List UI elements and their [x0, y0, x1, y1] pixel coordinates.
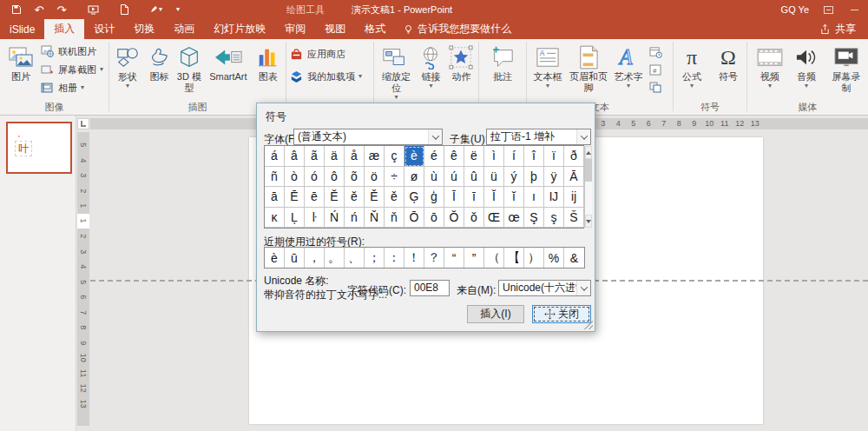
ribbon-tab[interactable]: 插入 [44, 19, 84, 39]
symbol-cell[interactable]: î [524, 146, 544, 167]
symbol-cell[interactable]: ē [305, 187, 325, 208]
symbol-cell[interactable]: ō [424, 208, 444, 229]
symbol-cell[interactable]: é [424, 146, 444, 167]
tell-me-box[interactable]: 告诉我您想要做什么 [395, 19, 520, 39]
ink-pen-button[interactable]: ▾ [144, 2, 167, 17]
recent-symbol-cell[interactable]: ！ [404, 248, 424, 268]
symbol-cell[interactable]: Ş [524, 208, 544, 229]
recent-symbol-cell[interactable]: 、 [345, 248, 365, 268]
recent-symbol-cell[interactable]: “ [444, 248, 464, 268]
insert-button[interactable]: 插入(I) [467, 305, 524, 323]
online-pictures-button[interactable]: 联机图片 [40, 43, 103, 59]
symbol-cell[interactable]: ç [385, 146, 404, 167]
symbol-cell[interactable]: ş [544, 208, 564, 229]
recent-symbol-cell[interactable]: 。 [325, 248, 345, 268]
symbol-cell[interactable]: û [464, 167, 484, 188]
recent-symbol-cell[interactable]: ū [285, 248, 305, 268]
symbol-cell[interactable]: í [504, 146, 524, 167]
comment-button[interactable]: 批注 [485, 42, 520, 83]
customize-qat-button[interactable]: ▾ [167, 2, 189, 17]
symbol-cell[interactable]: Ē [285, 187, 305, 208]
symbol-cell[interactable]: ô [325, 167, 345, 188]
action-button[interactable]: 动作 [446, 42, 476, 83]
app-store-button[interactable]: 应用商店 [289, 46, 345, 62]
recent-symbol-cell[interactable]: ？ [424, 248, 444, 268]
symbol-cell[interactable]: Ļ [285, 208, 305, 229]
shapes-button[interactable]: 形状 ▾ [112, 42, 143, 90]
symbol-cell[interactable]: ü [484, 167, 504, 188]
symbol-cell[interactable]: ñ [265, 167, 285, 188]
scrollbar-thumb[interactable] [585, 159, 592, 182]
recent-symbol-cell[interactable]: ） [524, 248, 544, 268]
subset-select[interactable]: 拉丁语-1 增补 [486, 129, 591, 145]
minimize-button[interactable] [847, 4, 861, 15]
undo-button[interactable]: ↶ [28, 2, 50, 17]
slide-number-button[interactable]: # [647, 62, 664, 77]
symbol-cell[interactable]: ń [345, 208, 365, 229]
date-time-button[interactable] [647, 44, 664, 60]
symbol-cell[interactable]: æ [365, 146, 385, 167]
symbol-cell[interactable]: ī [464, 187, 484, 208]
symbol-cell[interactable]: ë [464, 146, 484, 167]
symbol-cell[interactable]: ÿ [544, 167, 564, 188]
symbol-cell[interactable]: ò [285, 167, 305, 188]
font-select[interactable]: (普通文本) [293, 129, 443, 145]
symbol-cell[interactable]: Ĳ [544, 187, 564, 208]
recent-symbol-cell[interactable]: è [265, 248, 285, 268]
symbol-cell[interactable]: è [404, 146, 424, 167]
symbol-cell[interactable]: ã [305, 146, 325, 167]
ribbon-tab[interactable]: 审阅 [275, 19, 315, 39]
symbol-cell[interactable]: Œ [484, 208, 504, 229]
symbol-cell[interactable]: Ě [365, 187, 385, 208]
recent-symbol-cell[interactable]: % [544, 248, 564, 268]
symbol-cell[interactable]: Ī [444, 187, 464, 208]
recent-symbol-cell[interactable]: （ [484, 248, 504, 268]
symbol-cell[interactable]: ĳ [564, 187, 584, 208]
picture-button[interactable]: 图片 [3, 42, 39, 83]
symbol-cell[interactable]: ï [544, 146, 564, 167]
icons-button[interactable]: 图标 [144, 42, 174, 83]
symbol-cell[interactable]: Ń [325, 208, 345, 229]
recent-symbol-cell[interactable]: ， [305, 248, 325, 268]
recent-symbol-cell[interactable]: 【 [504, 248, 524, 268]
link-button[interactable]: 链接 ▾ [416, 42, 445, 90]
symbol-button[interactable]: Ω 符号 [713, 42, 744, 83]
from-select[interactable]: Unicode(十六进制) [498, 280, 591, 296]
symbol-cell[interactable]: Ō [404, 208, 424, 229]
symbol-cell[interactable]: Š [564, 208, 584, 229]
video-button[interactable]: 视频 ▾ [754, 42, 786, 90]
audio-button[interactable]: 音频 ▾ [791, 42, 822, 90]
symbol-cell[interactable]: Ň [365, 208, 385, 229]
scrollbar-track[interactable] [585, 159, 592, 215]
ribbon-tab[interactable]: 视图 [315, 19, 355, 39]
symbol-cell[interactable]: ð [564, 146, 584, 167]
symbol-cell[interactable]: þ [524, 167, 544, 188]
symbol-cell[interactable]: ý [504, 167, 524, 188]
symbol-cell[interactable]: Ĭ [484, 187, 504, 208]
symbol-cell[interactable]: Ĕ [325, 187, 345, 208]
screenshot-button[interactable]: 屏幕截图 ▾ [40, 62, 103, 77]
symbol-cell[interactable]: œ [504, 208, 524, 229]
symbol-cell[interactable]: Ģ [404, 187, 424, 208]
close-button[interactable]: 关闭 [532, 305, 591, 323]
screen-recording-button[interactable]: 屏幕录制 [827, 42, 865, 94]
symbol-cell[interactable]: ó [305, 167, 325, 188]
symbol-cell[interactable]: á [265, 146, 285, 167]
symbol-cell[interactable]: ê [444, 146, 464, 167]
3d-models-button[interactable]: 3D 模型 [175, 42, 204, 94]
symbol-cell[interactable]: ŏ [464, 208, 484, 229]
symbol-cell[interactable]: ı [524, 187, 544, 208]
text-box-button[interactable]: A 文本框 ▾ [529, 42, 566, 90]
symbol-cell[interactable]: ĭ [504, 187, 524, 208]
symbol-cell[interactable]: â [285, 146, 305, 167]
slide-thumbnail[interactable]: ' 叶 [6, 122, 72, 174]
recent-symbol-cell[interactable]: ” [464, 248, 484, 268]
symbol-cell[interactable]: ě [385, 187, 404, 208]
equation-button[interactable]: π 公式 ▾ [676, 42, 707, 90]
symbol-cell[interactable]: ù [424, 167, 444, 188]
symbol-cell[interactable]: Ŏ [444, 208, 464, 229]
ribbon-tab[interactable]: iSlide [0, 19, 44, 39]
recent-symbol-cell[interactable]: ： [385, 248, 404, 268]
wordart-button[interactable]: A 艺术字 ▾ [611, 42, 646, 90]
redo-button[interactable]: ↷ [50, 2, 73, 17]
